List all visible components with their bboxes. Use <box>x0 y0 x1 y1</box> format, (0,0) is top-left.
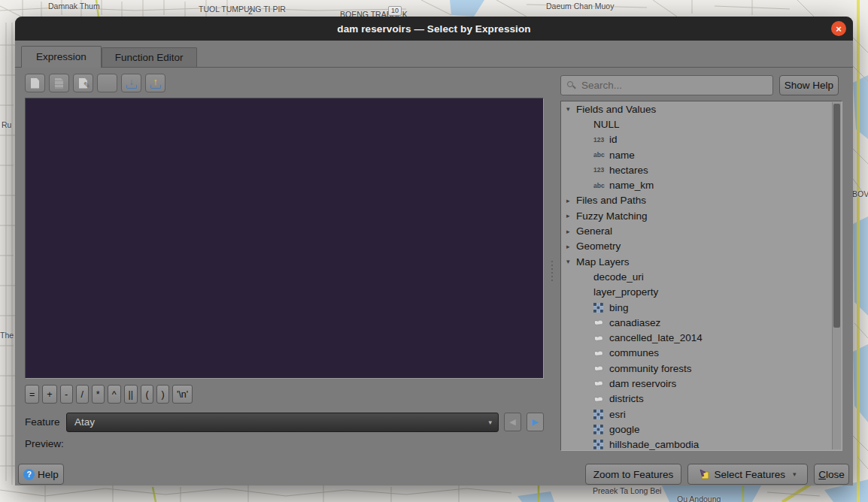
operator-newline-button[interactable]: '\n' <box>172 385 193 404</box>
import-expressions-button[interactable]: ↓ <box>121 74 141 92</box>
next-feature-button[interactable]: ▶ <box>527 413 544 431</box>
collapse-arrow-icon: ▾ <box>566 258 576 265</box>
splitter-handle[interactable] <box>549 254 555 287</box>
tree-item-layer-property[interactable]: layer_property <box>561 285 842 300</box>
close-icon[interactable]: × <box>831 21 846 36</box>
tree-item-null[interactable]: NULL <box>561 116 842 132</box>
help-button[interactable]: ? Help <box>18 464 64 485</box>
operator-close-paren-button[interactable]: ) <box>156 385 169 404</box>
tree-item-label: Fuzzy Matching <box>576 210 648 222</box>
numeric-field-icon: 123 <box>593 136 609 144</box>
tree-item-files-and-paths[interactable]: ▸Files and Paths <box>561 193 842 208</box>
vector-layer-icon <box>593 364 604 373</box>
zoom-to-features-button[interactable]: Zoom to Features <box>585 464 681 485</box>
operator-concatenate-button[interactable]: || <box>124 385 138 404</box>
map-label: Preaek Ta Long Bei <box>593 486 661 495</box>
operator-minus-button[interactable]: - <box>60 385 73 404</box>
tree-item-dam-reservoirs[interactable]: dam reservoirs <box>561 376 842 391</box>
vector-layer-icon <box>593 349 604 358</box>
road-number-badge: 10 <box>388 6 402 16</box>
select-features-button[interactable]: Select Features ▾ <box>687 464 808 485</box>
tree-item-districts[interactable]: districts <box>561 392 842 407</box>
tree-item-label: General <box>576 225 612 237</box>
preview-label: Preview: <box>25 438 64 449</box>
expand-arrow-icon: ▸ <box>566 212 576 219</box>
tree-item-label: canadiasez <box>609 317 660 328</box>
tree-item-hectares[interactable]: 123hectares <box>561 162 842 177</box>
left-arrow-icon: ◀ <box>509 417 515 427</box>
feature-combobox[interactable]: Atay ▾ <box>66 413 499 432</box>
remove-expression-button[interactable] <box>97 74 117 92</box>
tree-item-canadiasez[interactable]: canadiasez <box>561 315 842 330</box>
tree-item-label: hectares <box>609 165 648 176</box>
edit-expression-button[interactable]: ✎ <box>73 74 93 92</box>
tree-item-label: communes <box>609 347 659 358</box>
tree-item-name-km[interactable]: abcname_km <box>561 177 842 192</box>
tree-item-community-forests[interactable]: community forests <box>561 361 842 376</box>
tab-function-editor[interactable]: Function Editor <box>102 47 197 67</box>
tree-item-bing[interactable]: bing <box>561 300 842 315</box>
dialog-body: Expression Function Editor ✎↓↑ =+-/*^||(… <box>15 41 853 485</box>
tree-item-label: districts <box>609 393 644 404</box>
select-dropdown-icon: ▾ <box>793 470 797 478</box>
feature-label: Feature <box>25 416 66 428</box>
tree-item-hillshade-cambodia[interactable]: hillshade_cambodia <box>561 437 842 451</box>
operator-open-paren-button[interactable]: ( <box>141 385 153 404</box>
operator-button-row: =+-/*^||()'\n' <box>25 385 193 404</box>
new-file-icon <box>31 78 39 89</box>
close-button[interactable]: Close <box>814 464 849 485</box>
text-field-icon: abc <box>593 182 609 189</box>
select-by-expression-dialog: dam reservoirs — Select by Expression × … <box>15 17 853 485</box>
operator-equals-button[interactable]: = <box>25 385 39 404</box>
tree-item-label: Fields and Values <box>576 104 656 115</box>
operator-power-button[interactable]: ^ <box>108 385 121 404</box>
tree-item-decode-uri[interactable]: decode_uri <box>561 269 842 284</box>
dialog-title: dam reservoirs — Select by Expression <box>337 23 530 35</box>
operator-plus-button[interactable]: + <box>42 385 56 404</box>
tree-item-name[interactable]: abcname <box>561 147 842 162</box>
tree-item-map-layers[interactable]: ▾Map Layers <box>561 254 842 269</box>
map-label: Damnak Thum <box>48 2 100 11</box>
help-button-label: Help <box>38 469 59 480</box>
show-help-button[interactable]: Show Help <box>779 75 839 95</box>
tree-item-id[interactable]: 123id <box>561 132 842 147</box>
collapse-arrow-icon: ▾ <box>566 105 576 113</box>
tree-scrollbar-thumb[interactable] <box>833 104 840 328</box>
tree-item-esri[interactable]: esri <box>561 407 842 422</box>
tree-item-label: Files and Paths <box>576 195 646 206</box>
tree-scrollbar[interactable] <box>832 102 841 449</box>
tree-item-geometry[interactable]: ▸Geometry <box>561 239 842 254</box>
tree-item-label: name_km <box>609 180 654 191</box>
tree-item-label: Geometry <box>576 240 621 252</box>
dialog-titlebar[interactable]: dam reservoirs — Select by Expression × <box>15 17 853 41</box>
tree-item-label: community forests <box>609 363 692 374</box>
saved-expressions-button[interactable] <box>49 74 69 92</box>
operator-multiply-button[interactable]: * <box>92 385 105 404</box>
add-expression-button[interactable] <box>25 74 45 92</box>
previous-feature-button[interactable]: ◀ <box>504 413 521 431</box>
search-icon <box>567 81 573 87</box>
chevron-down-icon: ▾ <box>488 419 492 426</box>
tab-bar: Expression Function Editor <box>15 47 853 68</box>
expression-editor[interactable] <box>25 98 544 379</box>
tab-expression[interactable]: Expression <box>21 46 102 68</box>
vector-layer-icon <box>593 318 604 327</box>
map-label: 2 <box>248 7 253 16</box>
tree-item-fuzzy-matching[interactable]: ▸Fuzzy Matching <box>561 208 842 223</box>
select-features-icon <box>699 469 709 479</box>
right-arrow-icon: ▶ <box>532 417 538 427</box>
export-expressions-button[interactable]: ↑ <box>145 74 165 92</box>
numeric-field-icon: 123 <box>593 166 609 174</box>
tree-item-general[interactable]: ▸General <box>561 223 842 238</box>
vector-layer-icon <box>593 395 604 404</box>
tree-item-google[interactable]: google <box>561 422 842 437</box>
tree-item-cancelled-late-2014[interactable]: cancelled_late_2014 <box>561 330 842 345</box>
feature-row: Feature Atay ▾ ◀ ▶ <box>25 412 544 432</box>
import-icon: ↓ <box>126 77 138 89</box>
raster-layer-icon <box>593 303 603 313</box>
tree-item-communes[interactable]: communes <box>561 346 842 361</box>
search-input[interactable] <box>560 75 773 95</box>
list-file-icon <box>55 78 63 89</box>
operator-divide-button[interactable]: / <box>76 385 89 404</box>
tree-item-fields-and-values[interactable]: ▾Fields and Values <box>561 101 842 116</box>
